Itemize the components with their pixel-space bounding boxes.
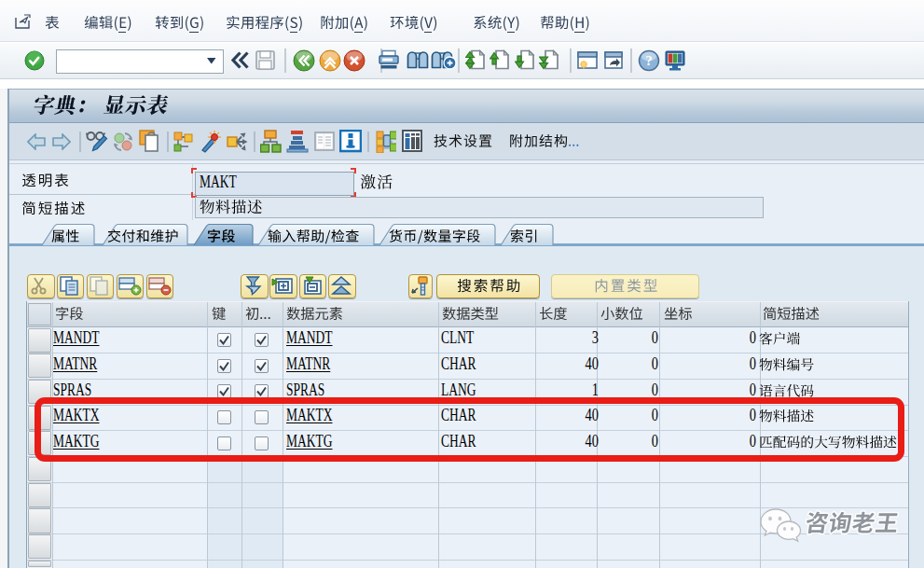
svg-text:?: ?: [645, 53, 653, 68]
